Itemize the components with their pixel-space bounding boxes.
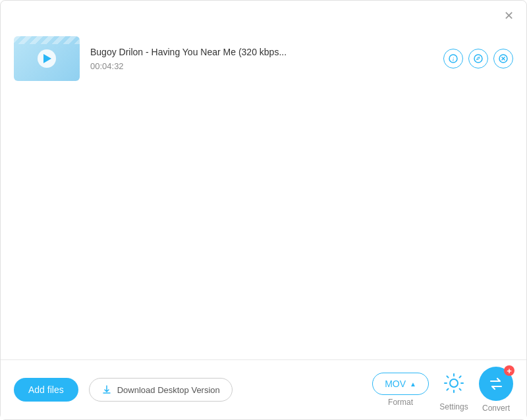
bottom-toolbar: Add files Download Desktop Version MOV ▲…: [1, 360, 526, 419]
title-bar: ✕: [1, 1, 526, 23]
format-section-label: Format: [388, 398, 413, 407]
play-icon: [38, 49, 56, 68]
gear-icon: [442, 371, 466, 395]
settings-section: Settings: [439, 369, 468, 411]
info-button[interactable]: i: [443, 49, 463, 68]
remove-button[interactable]: [493, 49, 513, 68]
download-icon: [101, 384, 112, 395]
add-files-button[interactable]: Add files: [14, 378, 78, 402]
file-info: Bugoy Drilon - Having You Near Me (320 k…: [80, 47, 443, 71]
settings-button[interactable]: [439, 369, 468, 400]
edit-button[interactable]: [468, 49, 488, 68]
convert-section: + Convert: [479, 367, 513, 413]
svg-text:i: i: [453, 56, 455, 63]
file-thumbnail: [14, 36, 80, 81]
format-button[interactable]: MOV ▲: [372, 373, 429, 395]
svg-point-2: [474, 55, 482, 63]
content-area: Bugoy Drilon - Having You Near Me (320 k…: [1, 23, 526, 359]
app-window: ✕ Bugoy Drilon - Having You Near Me (320…: [0, 0, 527, 420]
download-desktop-button[interactable]: Download Desktop Version: [89, 378, 233, 402]
convert-section-label: Convert: [482, 404, 510, 413]
format-section: MOV ▲ Format: [372, 373, 429, 407]
convert-button[interactable]: +: [479, 367, 513, 401]
svg-line-3: [479, 58, 480, 59]
edit-icon: [474, 54, 483, 63]
convert-plus-badge: +: [504, 365, 514, 376]
format-arrow-icon: ▲: [410, 381, 416, 388]
file-name: Bugoy Drilon - Having You Near Me (320 k…: [90, 47, 433, 57]
file-actions: i: [443, 49, 513, 68]
convert-arrows-icon: [487, 375, 505, 393]
format-label: MOV: [385, 379, 406, 389]
play-triangle: [43, 54, 51, 63]
settings-section-label: Settings: [439, 402, 468, 411]
remove-icon: [499, 54, 508, 63]
window-close-button[interactable]: ✕: [501, 9, 516, 23]
download-label: Download Desktop Version: [117, 385, 220, 395]
file-item: Bugoy Drilon - Having You Near Me (320 k…: [14, 30, 513, 88]
info-icon: i: [449, 54, 458, 63]
file-duration: 00:04:32: [90, 61, 433, 71]
